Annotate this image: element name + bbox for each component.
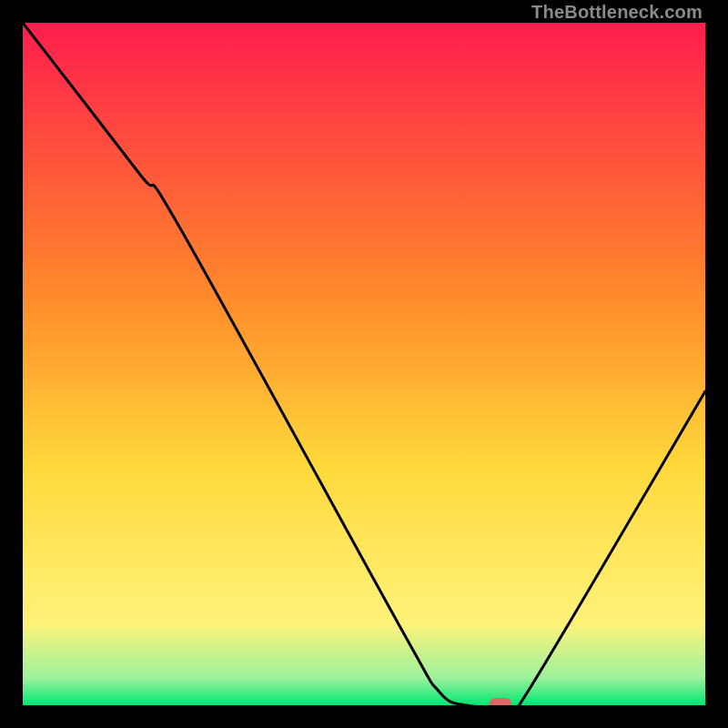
chart-plot: [23, 23, 705, 705]
watermark-text: TheBottleneck.com: [531, 2, 703, 23]
gradient-background: [23, 23, 705, 705]
chart-frame: [23, 23, 705, 705]
optimal-marker: [490, 698, 511, 705]
